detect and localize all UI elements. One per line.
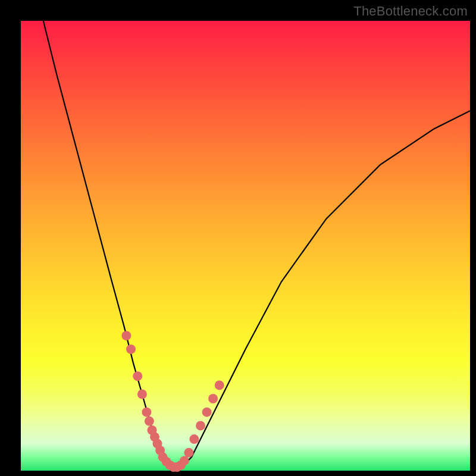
highlight-dot xyxy=(133,371,142,381)
watermark-text: TheBottleneck.com xyxy=(353,4,468,19)
curve-path xyxy=(43,21,470,468)
highlight-dot xyxy=(208,394,218,403)
highlight-dot xyxy=(137,390,147,399)
highlight-dot xyxy=(142,408,151,417)
highlight-markers xyxy=(121,331,224,472)
highlight-dot xyxy=(196,421,205,430)
highlight-dot xyxy=(126,345,136,354)
highlight-dot xyxy=(184,448,193,458)
highlight-dot xyxy=(189,434,199,444)
chart-frame: TheBottleneck.com xyxy=(0,0,476,476)
highlight-dot xyxy=(202,408,212,417)
highlight-dot xyxy=(145,416,154,426)
highlight-dot xyxy=(121,331,131,340)
plot-area xyxy=(21,21,470,471)
chart-svg xyxy=(21,21,470,471)
highlight-dot xyxy=(180,456,189,465)
highlight-dot xyxy=(215,380,224,390)
